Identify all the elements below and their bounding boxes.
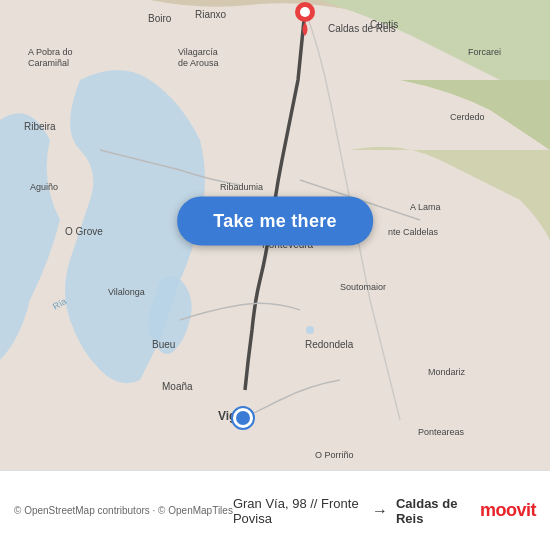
map-container: Boiro Rianxo Cuntis Caldas de Reis A Pob…	[0, 0, 550, 470]
svg-text:A Pobra do: A Pobra do	[28, 47, 73, 57]
origin-text: Gran Vía, 98 // Fronte Povisa	[233, 496, 364, 526]
svg-text:Moaña: Moaña	[162, 381, 193, 392]
destination-text: Caldas de Reis	[396, 496, 468, 526]
moovit-logo-text: moovit	[480, 500, 536, 521]
svg-text:Soutomaior: Soutomaior	[340, 282, 386, 292]
svg-text:O Grove: O Grove	[65, 226, 103, 237]
svg-text:Redondela: Redondela	[305, 339, 354, 350]
svg-text:nte Caldelas: nte Caldelas	[388, 227, 439, 237]
svg-text:Aguiño: Aguiño	[30, 182, 58, 192]
svg-text:Vilalonga: Vilalonga	[108, 287, 145, 297]
svg-text:Caldas de Reis: Caldas de Reis	[328, 23, 396, 34]
svg-text:Ponteareas: Ponteareas	[418, 427, 465, 437]
attribution: © OpenStreetMap contributors · © OpenMap…	[14, 505, 233, 516]
svg-text:Ribeira: Ribeira	[24, 121, 56, 132]
svg-text:A Lama: A Lama	[410, 202, 441, 212]
svg-text:Mondariz: Mondariz	[428, 367, 466, 377]
bottom-bar: © OpenStreetMap contributors · © OpenMap…	[0, 470, 550, 550]
svg-point-32	[306, 326, 314, 334]
svg-point-31	[236, 411, 250, 425]
svg-text:Boiro: Boiro	[148, 13, 172, 24]
svg-text:Bueu: Bueu	[152, 339, 175, 350]
svg-text:Caramiñal: Caramiñal	[28, 58, 69, 68]
arrow-icon: →	[372, 502, 388, 520]
svg-text:Cerdedo: Cerdedo	[450, 112, 485, 122]
svg-text:Forcarei: Forcarei	[468, 47, 501, 57]
route-info: Gran Vía, 98 // Fronte Povisa → Caldas d…	[233, 496, 468, 526]
moovit-logo: moovit	[480, 500, 536, 521]
svg-text:de Arousa: de Arousa	[178, 58, 219, 68]
svg-point-29	[300, 7, 310, 17]
svg-text:Vilagarcía: Vilagarcía	[178, 47, 218, 57]
svg-text:Ribadumia: Ribadumia	[220, 182, 263, 192]
svg-text:O Porriño: O Porriño	[315, 450, 354, 460]
take-me-there-button[interactable]: Take me there	[177, 196, 373, 245]
svg-text:Rianxo: Rianxo	[195, 9, 227, 20]
